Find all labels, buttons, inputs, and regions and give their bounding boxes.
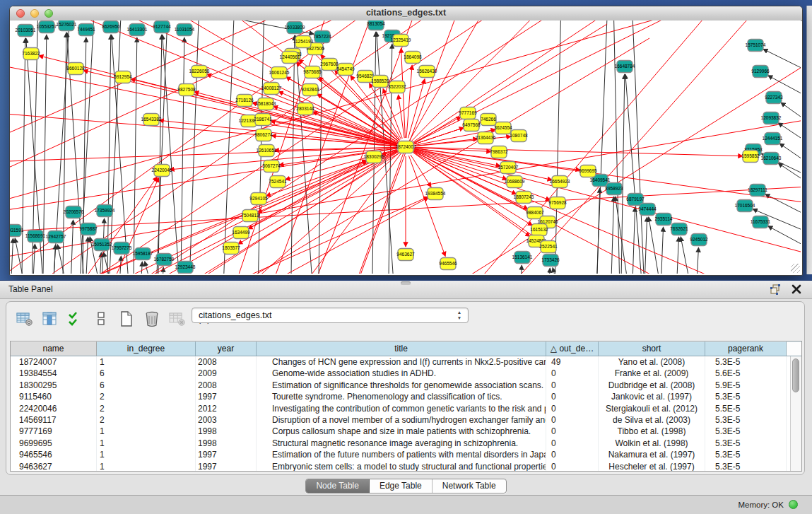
- graph-node[interactable]: 9827508: [177, 84, 196, 96]
- graph-node[interactable]: 15751074: [746, 40, 766, 52]
- graph-node[interactable]: 7163822: [22, 48, 40, 60]
- graph-node[interactable]: 9294105: [249, 193, 268, 205]
- panel-drag-handle[interactable]: [401, 281, 411, 285]
- graph-node[interactable]: 22420046: [152, 165, 172, 177]
- graph-node[interactable]: 3624554: [494, 122, 512, 134]
- graph-node[interactable]: 9127744: [153, 21, 171, 33]
- delete-column-icon[interactable]: [142, 309, 161, 329]
- graph-node[interactable]: 16033809: [285, 22, 305, 34]
- table-row[interactable]: 969969511998Structural magnetic resonanc…: [11, 438, 801, 449]
- window-resize-grip[interactable]: [791, 264, 800, 273]
- graph-node[interactable]: 11568691: [25, 230, 46, 243]
- graph-node[interactable]: 7986372: [490, 146, 508, 158]
- graph-node[interactable]: 2718126: [235, 95, 254, 107]
- graph-node[interactable]: 17016504: [735, 200, 755, 212]
- graph-node[interactable]: 7504813: [241, 210, 259, 222]
- graph-node[interactable]: 8958923: [605, 183, 623, 195]
- table-row[interactable]: 1456911722003Disruption of a novel membe…: [11, 414, 801, 426]
- table-row[interactable]: 1938455462009Genome-wide association stu…: [11, 368, 801, 379]
- graph-node[interactable]: 15136141: [512, 252, 533, 264]
- graph-node[interactable]: 15958187: [133, 248, 153, 260]
- table-row[interactable]: 1830029562008Estimation of significance …: [11, 380, 801, 391]
- graph-node[interactable]: 18300295: [364, 151, 384, 163]
- graph-node[interactable]: 10688609: [505, 176, 525, 188]
- table-options-icon[interactable]: [15, 309, 34, 329]
- graph-node[interactable]: 19384554: [425, 188, 446, 200]
- graph-node-hub[interactable]: 18724007: [396, 141, 416, 153]
- column-header-out_degree[interactable]: △ out_de…: [546, 341, 599, 356]
- graph-node[interactable]: 2803144: [296, 103, 314, 115]
- graph-node[interactable]: 7857224: [313, 31, 331, 43]
- graph-node[interactable]: 9465546: [439, 258, 457, 270]
- column-header-pagerank[interactable]: pagerank: [705, 341, 787, 356]
- graph-node[interactable]: 16210643: [761, 153, 782, 165]
- graph-node[interactable]: 10553257: [37, 21, 57, 33]
- create-column-icon[interactable]: [117, 309, 136, 329]
- graph-node[interactable]: 1634499: [232, 227, 250, 239]
- graph-node[interactable]: 12610651: [257, 145, 277, 157]
- select-rows-icon[interactable]: [66, 309, 85, 329]
- graph-node[interactable]: 20206576: [64, 206, 84, 218]
- graph-node[interactable]: 9129966: [751, 66, 770, 78]
- graph-node[interactable]: 9806274: [254, 129, 273, 141]
- graph-node[interactable]: 1615132: [530, 224, 548, 236]
- graph-node[interactable]: 15818043: [256, 98, 276, 110]
- graph-node[interactable]: 9242843: [301, 84, 319, 96]
- graph-node[interactable]: 9777169: [459, 107, 477, 119]
- graph-node[interactable]: 8454749: [336, 64, 355, 76]
- graph-node[interactable]: 8522037: [388, 81, 406, 93]
- column-header-in_degree[interactable]: in_degree: [97, 341, 196, 356]
- network-window[interactable]: citations_edges.txt 20103051105532571527…: [9, 6, 803, 276]
- column-header-name[interactable]: name: [11, 341, 97, 356]
- graph-node[interactable]: 3067274: [262, 160, 281, 173]
- column-header-short[interactable]: short: [599, 341, 705, 356]
- graph-node[interactable]: 16782759: [154, 254, 175, 266]
- graph-node[interactable]: 16543382: [141, 114, 162, 126]
- scrollbar-thumb[interactable]: [792, 358, 799, 392]
- graph-node[interactable]: 17359924: [95, 205, 115, 217]
- tab-edge-table[interactable]: Edge Table: [370, 479, 433, 493]
- graph-node[interactable]: 2186741: [254, 114, 272, 126]
- graph-node[interactable]: 12942757: [46, 231, 66, 243]
- graph-node[interactable]: 7524541: [269, 176, 287, 188]
- graph-node[interactable]: 15051352: [92, 239, 112, 251]
- column-header-year[interactable]: year: [196, 341, 257, 356]
- graph-node[interactable]: 15626430: [417, 66, 437, 78]
- graph-node[interactable]: 15720407: [498, 162, 519, 174]
- graph-node[interactable]: 1080748: [510, 130, 528, 142]
- network-window-titlebar[interactable]: citations_edges.txt: [10, 6, 802, 21]
- close-panel-icon[interactable]: [791, 284, 802, 295]
- table-row[interactable]: 977716911998Corpus callosum shape and si…: [11, 426, 801, 437]
- graph-node[interactable]: 5912954: [114, 71, 132, 83]
- graph-node[interactable]: 12923448: [175, 262, 196, 274]
- graph-node[interactable]: 12093832: [761, 112, 782, 124]
- table-row[interactable]: 946362711997Embryonic stem cells: a mode…: [11, 461, 801, 472]
- graph-node[interactable]: 746266: [481, 114, 496, 126]
- graph-node[interactable]: 7449451: [77, 24, 95, 36]
- tab-node-table[interactable]: Node Table: [306, 479, 370, 493]
- graph-node[interactable]: 2522541: [539, 241, 558, 253]
- graph-node[interactable]: 12440561: [280, 52, 300, 64]
- graph-node[interactable]: 15276021: [57, 21, 77, 31]
- graph-node[interactable]: 6497568: [462, 119, 481, 132]
- column-visibility-icon[interactable]: [40, 309, 59, 329]
- graph-node[interactable]: 16413301: [127, 24, 148, 36]
- table-row[interactable]: 946554611997Estimation of the future num…: [11, 449, 801, 460]
- network-view[interactable]: 2010305110553257152760217449451862695016…: [10, 21, 801, 274]
- table-row[interactable]: 1872400712008Changes of HCN gene express…: [11, 356, 801, 368]
- graph-node[interactable]: 1864098: [404, 52, 422, 64]
- graph-node[interactable]: 8813054: [367, 21, 385, 30]
- graph-node[interactable]: 20103051: [16, 25, 36, 37]
- graph-node[interactable]: 16648784: [615, 61, 635, 73]
- network-canvas-svg[interactable]: 2010305110553257152760217449451862695016…: [10, 21, 801, 274]
- graph-node[interactable]: 9474444: [638, 204, 657, 216]
- graph-node[interactable]: 11254193: [293, 36, 314, 48]
- table-selector-dropdown[interactable]: citations_edges.txt ▲▼: [192, 308, 469, 323]
- graph-node[interactable]: 14008127: [261, 83, 282, 95]
- column-header-title[interactable]: title: [257, 341, 546, 356]
- graph-node[interactable]: 12325419: [391, 35, 411, 47]
- graph-node[interactable]: 9227343: [765, 92, 783, 104]
- graph-node[interactable]: 16061245: [269, 67, 290, 79]
- graph-node[interactable]: 21364436: [476, 132, 496, 144]
- graph-node[interactable]: 9875685: [303, 66, 322, 78]
